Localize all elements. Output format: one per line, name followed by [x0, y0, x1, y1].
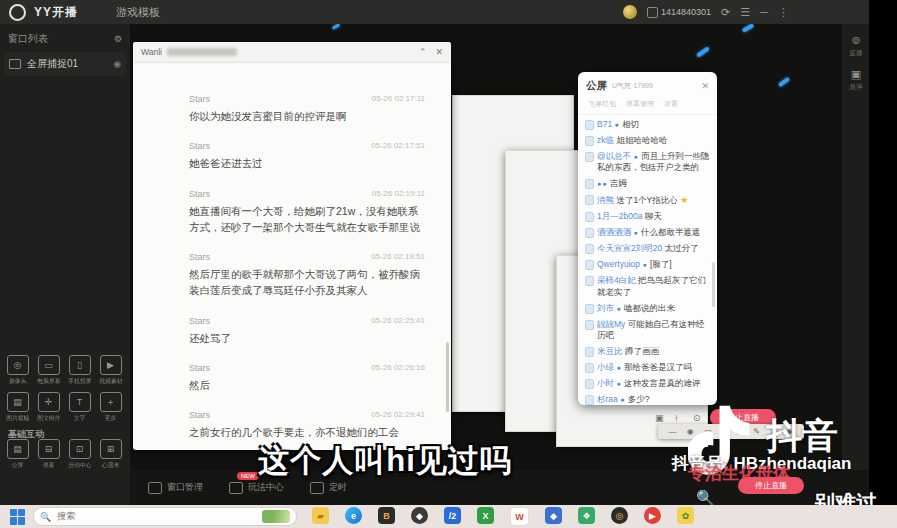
mic-icon[interactable]: ⟊ — [675, 413, 677, 424]
tab-settings[interactable]: 设置 — [664, 99, 678, 109]
message-user: Stars — [189, 252, 210, 262]
taskbar-app-icon[interactable]: ▶ — [644, 507, 661, 524]
level-badge-icon — [585, 320, 594, 330]
more-icon[interactable]: ⋮ — [778, 7, 789, 18]
start-button[interactable] — [10, 509, 26, 525]
close-icon[interactable]: ✕ — [701, 81, 709, 91]
message-text: 还处骂了 — [189, 330, 425, 346]
menu-icon[interactable]: ☰ — [740, 7, 750, 18]
layout-icon[interactable]: ▣ — [655, 413, 664, 423]
minimize-icon[interactable]: ─ — [760, 7, 768, 18]
tool-icon: ◎ — [7, 355, 29, 375]
level-badge-icon — [585, 120, 594, 130]
message-text: 然后厅里的歌手就帮那个大哥说了两句，被乔酸病装白莲后变成了辱骂廷仔小乔及其家人 — [189, 266, 425, 299]
taskbar-app-icon[interactable]: ◎ — [611, 507, 628, 524]
panel-channel: U气死·17999 — [612, 81, 653, 91]
search-label: 搜索 — [57, 510, 75, 523]
app-title: YY开播 — [34, 4, 78, 21]
source-tool[interactable]: ▤ 图片横幅 — [3, 392, 32, 423]
panel-user: zk临 — [597, 135, 614, 145]
tool-label: 摄像头 — [9, 377, 27, 385]
chat-window-titlebar[interactable]: Wanli ⌃ ✕ — [133, 42, 451, 63]
source-tool[interactable]: ＋ 更多 — [96, 392, 125, 423]
tool-icon: T — [69, 392, 91, 412]
bottom-bar-item[interactable]: 定时 — [310, 481, 347, 494]
public-screen-panel: 公屏 U气死·17999 ✕ 飞屏红包 弹幕管理 设置 B71 ● 相切 — [578, 72, 717, 405]
panel-user: Qwertyuiop — [597, 259, 640, 269]
message-user: Stars — [189, 410, 210, 420]
message-time: 05-26 02:19:51 — [371, 252, 425, 262]
level-badge-icon — [585, 379, 594, 389]
chat-message: Stars 05-26 02:19:51 然后厅里的歌手就帮那个大哥说了两句，被… — [189, 252, 425, 299]
chat-window-title: Wanli — [141, 47, 162, 57]
sidebar-item-fullscreen-capture[interactable]: 全屏捕捉01 ◉ — [4, 52, 126, 76]
panel-message: ●● 吉姆 — [585, 178, 710, 189]
tool-label: 电脑屏幕 — [37, 377, 60, 385]
panel-text: 嗑都说的出来 — [624, 303, 675, 313]
tab-game-template[interactable]: 游戏模板 — [116, 5, 160, 20]
source-tool-grid: ◎ 摄像头 ▭ 电脑屏幕 ▯ 手机投屏 ▶ 视频素材 — [2, 352, 128, 426]
chat-message-list: Stars 05-26 02:17:11 你以为她没发言蜜目前的控评是啊 Sta… — [189, 94, 425, 450]
taskbar-icons: ▰ e B ◆ /2 X W ◆ ❖ ◎ ▶ ✿ — [312, 507, 694, 526]
close-icon[interactable]: ✕ — [435, 47, 443, 57]
panel-message: 今天宣宣2刘明20 太过分了 — [585, 243, 710, 254]
taskbar-app-icon[interactable]: e — [345, 507, 362, 524]
tab-fly-screen[interactable]: 飞屏红包 — [588, 99, 616, 109]
strip-tool[interactable]: ⊚ 监播 — [846, 34, 866, 58]
panel-title: 公屏 — [586, 79, 607, 93]
eye-icon[interactable]: ◉ — [113, 59, 121, 69]
panel-text: 什么都敢半遮遮 — [641, 227, 701, 237]
taskbar-app-icon[interactable]: W — [510, 507, 529, 526]
emote-icon: ● — [615, 121, 620, 128]
source-tool[interactable]: ✛ 图文组件 — [34, 392, 63, 423]
user-id: 1414840301 — [647, 7, 711, 18]
panel-message: 消熊 送了1个Y指比心 ★ — [585, 194, 710, 206]
bottom-item-label: 定时 — [329, 481, 347, 494]
panel-user: 杉raa — [597, 394, 618, 404]
minimize-icon[interactable]: — — [668, 428, 676, 436]
user-avatar[interactable] — [623, 5, 637, 19]
source-tool[interactable]: ◎ 摄像头 — [3, 355, 32, 386]
bottom-item-icon — [229, 482, 243, 494]
taskbar-search[interactable]: 🔍 搜索 — [33, 507, 297, 526]
panel-scrollbar[interactable] — [712, 262, 715, 307]
blue-streak-mark — [696, 46, 710, 57]
bottom-bar-item[interactable]: 窗口管理 — [148, 481, 203, 494]
taskbar-app-icon[interactable]: B — [378, 507, 395, 524]
level-badge-icon — [585, 228, 594, 238]
panel-message-list: B71 ● 相切 zk临 姐姐哈哈哈哈 — [578, 115, 717, 405]
message-time: 05-26 02:29:41 — [371, 410, 425, 420]
strip-tool-icon: ⊚ — [851, 34, 860, 47]
strip-tool[interactable]: ▣ 悬浮 — [846, 68, 866, 92]
taskbar-app-icon[interactable]: ✿ — [677, 507, 694, 524]
message-time: 05-26 02:19:11 — [372, 189, 425, 199]
panel-message: 小绿 ● 那给爸爸是汉了吗 — [585, 362, 710, 373]
bottom-bar-item[interactable]: NEW 玩法中心 — [229, 481, 284, 494]
source-tool[interactable]: T 文字 — [65, 392, 94, 423]
taskbar-app-icon[interactable]: ◆ — [545, 507, 562, 524]
chat-scrollbar[interactable] — [446, 342, 449, 412]
refresh-icon[interactable]: ⟳ — [721, 7, 730, 18]
gear-icon[interactable]: ⚙ — [114, 34, 122, 44]
expand-icon[interactable]: ⌃ — [419, 47, 427, 57]
taskbar-app-icon[interactable]: /2 — [444, 507, 461, 524]
panel-text: [服了] — [650, 259, 672, 269]
taskbar-app-icon[interactable]: ◆ — [411, 507, 428, 524]
panel-text: 那给爸爸是汉了吗 — [624, 362, 692, 372]
capture-item-label: 全屏捕捉01 — [27, 57, 78, 71]
stop-live-button-2[interactable]: 停止直播 — [738, 477, 804, 494]
message-time: 05-26 02:26:16 — [371, 363, 425, 373]
source-tool[interactable]: ▯ 手机投屏 — [65, 355, 94, 386]
app-titlebar: YY开播 游戏模板 1414840301 ⟳ ☰ ─ ⋮ — [0, 0, 869, 24]
tab-danmu-manage[interactable]: 弹幕管理 — [626, 99, 654, 109]
chat-message: Stars 05-26 02:25:41 还处骂了 — [189, 316, 425, 346]
taskbar-app-icon[interactable]: ▰ — [312, 507, 329, 524]
taskbar-app-icon[interactable]: X — [477, 507, 494, 524]
source-tool[interactable]: ▶ 视频素材 — [96, 355, 125, 386]
taskbar-app-icon[interactable]: ❖ — [578, 507, 595, 524]
level-badge-icon — [585, 212, 594, 222]
panel-message: B71 ● 相切 — [585, 119, 710, 130]
gift-icon: ★ — [680, 195, 688, 205]
tool-icon: ▤ — [7, 392, 29, 412]
source-tool[interactable]: ▭ 电脑屏幕 — [34, 355, 63, 386]
